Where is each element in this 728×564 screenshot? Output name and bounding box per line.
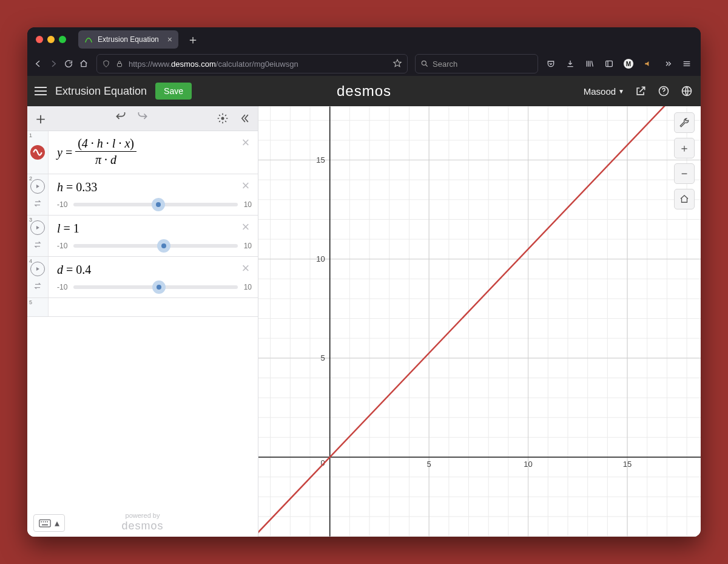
swap-icon[interactable] [33,199,42,211]
zoom-out-button[interactable]: − [674,163,695,184]
row-index: 2 [29,175,32,182]
add-expression-button[interactable]: ＋ [32,108,49,129]
pocket-icon[interactable] [542,55,560,73]
panel-footer: ▴ powered by desmos [27,506,258,537]
slider-max[interactable]: 10 [244,200,252,209]
undo-button[interactable] [112,110,129,127]
home-button[interactable] [78,55,89,73]
footer-powered: powered by [121,512,163,520]
expression-row[interactable]: 2×h = 0.33-1010 [27,174,258,216]
equation-math[interactable]: y = (4 · h · l · x)π · d [57,137,252,166]
expression-row[interactable]: 4×d = 0.4-1010 [27,257,258,298]
expression-panel: ＋ 1×y = (4 · h · l · x)π · d2×h = 0.33-1… [27,106,258,537]
keyboard-toggle[interactable]: ▴ [33,514,65,532]
expression-row[interactable]: 3×l = 1-1010 [27,216,258,257]
row-index: 5 [29,299,32,305]
graph-area[interactable]: 05101551015 ＋ − [258,106,701,537]
settings-gear-icon[interactable] [214,110,231,127]
share-icon[interactable] [634,84,647,98]
svg-rect-10 [47,521,48,522]
speaker-icon[interactable] [639,55,657,73]
account-icon[interactable]: M [619,55,638,73]
browser-window: Extrusion Equation × ＋ https://www.desmo… [27,27,701,537]
slider-min[interactable]: -10 [57,283,67,291]
chevron-down-icon: ▼ [618,88,624,95]
delete-row-icon[interactable]: × [238,178,253,192]
swap-icon[interactable] [33,281,42,293]
swap-icon[interactable] [33,240,42,252]
slider-play-button[interactable] [30,179,45,194]
nav-back-button[interactable] [32,55,44,73]
maximize-window-icon[interactable] [59,36,66,43]
bookmark-star-icon[interactable] [393,58,402,70]
minimize-window-icon[interactable] [47,36,55,43]
save-button[interactable]: Save [155,83,192,100]
slider-track[interactable] [73,203,237,206]
menu-icon[interactable] [678,55,696,73]
slider-play-button[interactable] [30,220,45,235]
wrench-icon[interactable] [674,112,695,133]
reload-button[interactable] [62,55,74,73]
slider-thumb[interactable] [157,285,161,290]
new-tab-button[interactable]: ＋ [183,32,203,48]
slider-max[interactable]: 10 [244,242,252,250]
graph-plot[interactable]: 05101551015 [258,106,701,537]
delete-row-icon[interactable]: × [238,260,253,275]
row-index: 1 [29,132,32,138]
close-window-icon[interactable] [36,36,43,43]
row-body[interactable]: ×h = 0.33-1010 [49,174,258,215]
close-tab-icon[interactable]: × [167,35,172,44]
expression-row[interactable]: 5 [27,298,258,317]
toolbar-overflow: M [542,55,696,73]
help-icon[interactable] [657,84,670,98]
row-body[interactable]: ×y = (4 · h · l · x)π · d [49,131,258,174]
language-icon[interactable] [680,84,693,98]
row-body[interactable]: ×l = 1-1010 [49,216,258,256]
home-view-button[interactable] [674,189,695,209]
window-controls[interactable] [36,36,66,43]
library-icon[interactable] [581,55,599,73]
svg-rect-8 [43,521,44,522]
svg-rect-6 [39,520,50,527]
overflow-icon[interactable] [658,55,676,73]
row-body[interactable] [49,298,258,316]
tab-favicon-icon [84,35,93,44]
user-menu[interactable]: Masood ▼ [584,86,624,97]
slider-play-button[interactable] [30,262,45,276]
collapse-panel-icon[interactable] [236,110,253,127]
delete-row-icon[interactable]: × [238,135,253,149]
row-index: 4 [29,258,32,264]
graph-title[interactable]: Extrusion Equation [55,85,147,98]
row-index: 3 [29,217,32,223]
search-input[interactable]: Search [415,54,538,73]
svg-rect-11 [42,524,48,525]
slider-row: -1010 [57,200,252,209]
svg-rect-9 [45,521,46,522]
slider-min[interactable]: -10 [57,200,67,209]
slider-thumb[interactable] [161,243,166,248]
slider-track[interactable] [73,244,237,248]
slider-math[interactable]: d = 0.4 [57,263,252,277]
slider-thumb[interactable] [156,202,161,207]
expression-row[interactable]: 1×y = (4 · h · l · x)π · d [27,131,258,174]
sidebar-icon[interactable] [600,55,618,73]
slider-math[interactable]: l = 1 [57,222,252,236]
row-body[interactable]: ×d = 0.4-1010 [49,257,258,297]
row-gutter: 4 [27,257,49,297]
slider-max[interactable]: 10 [244,283,252,291]
download-icon[interactable] [561,55,579,73]
browser-tab[interactable]: Extrusion Equation × [78,30,178,49]
footer-brand: desmos [121,520,163,533]
delete-row-icon[interactable]: × [238,219,253,234]
hamburger-menu-icon[interactable] [35,87,47,95]
content-area: ＋ 1×y = (4 · h · l · x)π · d2×h = 0.33-1… [27,106,701,537]
nav-forward-button[interactable] [47,55,59,73]
row-gutter: 2 [27,174,49,215]
redo-button[interactable] [134,110,151,127]
equation-color-badge[interactable] [30,145,45,160]
slider-math[interactable]: h = 0.33 [57,180,252,194]
zoom-in-button[interactable]: ＋ [674,138,695,158]
slider-track[interactable] [73,285,237,289]
url-bar[interactable]: https://www.desmos.com/calculator/mg0eiu… [96,54,408,73]
slider-min[interactable]: -10 [57,242,67,250]
